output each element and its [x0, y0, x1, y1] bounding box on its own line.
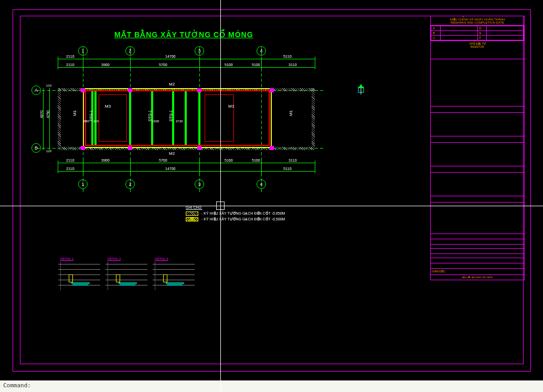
- label-dtg1-1: DTG-1: [89, 110, 93, 121]
- grid-bubble-b: B: [31, 143, 41, 153]
- dim-5700-ti: 5700: [159, 63, 167, 67]
- col-4a: [270, 88, 274, 92]
- detail-2-title: DETAIL 2: [108, 257, 144, 260]
- col-1b: [81, 146, 85, 150]
- dim-5110-tr: 5110: [283, 55, 292, 58]
- grid-bubble-1-bot: 1: [78, 179, 88, 189]
- legend-title: GHI CHÚ:: [186, 206, 285, 209]
- col-4b: [270, 146, 274, 150]
- section-detail-3: DETAIL 3: [155, 257, 191, 294]
- dim-5110-bo: 5110: [283, 167, 292, 171]
- dim-5100-bi2: 5100: [252, 158, 260, 162]
- ext-b6: [315, 161, 315, 173]
- rev-b: B: [431, 31, 441, 36]
- dim-line-bot-inner: [58, 163, 315, 163]
- dim-2110-bo: 2110: [66, 167, 74, 171]
- col-2a: [128, 88, 132, 92]
- room-box-1: [99, 94, 127, 142]
- dim-2110-tl: 2110: [66, 55, 74, 58]
- ext-6: [315, 57, 315, 69]
- grid-bubble-3-bot: 3: [195, 179, 204, 189]
- ext-5: [261, 57, 262, 69]
- grid-bubble-1-top: 1: [78, 46, 88, 56]
- col-2b: [128, 146, 132, 150]
- rev-d: D: [477, 26, 487, 31]
- wall-hatch-left: [58, 88, 61, 150]
- label-dtg1-2: DTG-1: [148, 110, 152, 121]
- label-dtg1-3: DTG-1: [169, 110, 173, 121]
- ext-b2: [83, 161, 83, 173]
- command-prompt: Command:: [3, 382, 31, 389]
- dim-2110-ti: 2110: [66, 63, 74, 67]
- dim-5700-bi: 5700: [159, 158, 167, 162]
- dim-3110-ti: 3110: [289, 63, 297, 67]
- dim-220: 220: [93, 120, 99, 123]
- ext-1: [58, 57, 58, 69]
- grid-bubble-4-top: 4: [257, 46, 266, 56]
- wall-g3: [129, 91, 131, 145]
- ext-2: [83, 57, 83, 69]
- rev-c: C: [431, 36, 441, 40]
- dim-14700-t: 14700: [165, 55, 175, 58]
- grid-bubble-a: A: [31, 86, 41, 95]
- ext-3: [130, 57, 131, 69]
- grid-bubble-4-bot: 4: [257, 179, 266, 189]
- wall-g6: [185, 91, 187, 145]
- legend-swatch-2: [186, 217, 198, 221]
- dim-3110-bi: 3110: [289, 158, 297, 162]
- dim-110-t: 110: [46, 84, 51, 87]
- crosshair-horizontal: [0, 206, 543, 206]
- ext-b4: [199, 161, 200, 173]
- command-line[interactable]: Command:: [0, 380, 543, 392]
- legend: GHI CHÚ: - KÝ HIỆU XÂY TƯỜNG GẠCH ĐẾN CỐ…: [186, 206, 285, 223]
- label-m3-2: M3: [228, 104, 234, 109]
- dim-line-bot-outer: [58, 171, 315, 172]
- crosshair-pickbox[interactable]: [216, 202, 225, 210]
- label-m1-l: M1: [72, 110, 77, 116]
- ext-4: [199, 57, 200, 69]
- dim-3900-bi: 3900: [101, 158, 110, 162]
- label-m2-top: M2: [169, 82, 175, 87]
- dim-5100-bi1: 5100: [225, 158, 233, 162]
- dim-line-top-inner: [58, 67, 315, 68]
- col-1a: [81, 88, 85, 92]
- grid-bubble-3-top: 3: [195, 46, 204, 56]
- ext-b5: [261, 161, 262, 173]
- dim-1500: 1500: [152, 120, 159, 123]
- wall-g2: [94, 91, 97, 145]
- titleblock-header2: REMARKS AND COMPLETION DATE: [451, 21, 504, 24]
- gd-label: GIÁM ĐỐC:: [432, 270, 446, 273]
- dim-2110-bi: 2110: [66, 158, 74, 162]
- room-box-2: [205, 94, 234, 142]
- label-m2-bot: M2: [169, 151, 175, 156]
- footer-label: BẢN VẼ CẤP PHÉP XÂY DỰNG: [462, 276, 493, 279]
- grid-bubble-2-top: 2: [125, 46, 135, 56]
- wall-hatch-right: [312, 88, 315, 150]
- detail-1-title: DETAIL 1: [60, 257, 97, 260]
- plan-drawing[interactable]: 1 2 3 4 1 2 3 4 A B 2110 14700 5110 2110…: [31, 42, 357, 194]
- crosshair-vertical: [220, 0, 221, 392]
- title-block: HIỆU CHỈNH VÀ NGÀY HOÀN THÀNHREMARKS AND…: [430, 16, 525, 280]
- detail-3-title: DETAIL 3: [155, 257, 191, 260]
- dim-5100-ti2: 5100: [252, 63, 260, 67]
- dim-line-top-outer: [58, 59, 315, 59]
- section-detail-2: DETAIL 2: [108, 257, 144, 294]
- section-detail-1: DETAIL 1: [60, 257, 97, 294]
- dim-4750: 4750: [46, 110, 50, 119]
- drawing-title: MẶT BẰNG XÂY TƯỜNG CỔ MÓNG: [114, 30, 253, 39]
- ext-b1: [58, 161, 58, 173]
- col-3b: [197, 146, 201, 150]
- rev-f: F: [477, 36, 487, 40]
- dim-line-left-inner: [49, 88, 50, 150]
- dim-5100-ti1: 5100: [225, 63, 233, 67]
- legend-item-2: - KÝ HIỆU XÂY TƯỜNG GẠCH ĐẾN CỐT -0.500M: [201, 217, 285, 221]
- dim-3900-ti: 3900: [101, 63, 110, 67]
- wall-g7: [198, 91, 200, 145]
- grid-bubble-2-bot: 2: [125, 179, 135, 189]
- dim-110-b: 110: [46, 150, 51, 153]
- dim-880: 880: [84, 120, 89, 123]
- rev-a: A: [431, 26, 441, 31]
- legend-swatch-1: [186, 211, 198, 216]
- dim-2720: 2720: [176, 120, 183, 123]
- north-marker-icon: [354, 83, 368, 97]
